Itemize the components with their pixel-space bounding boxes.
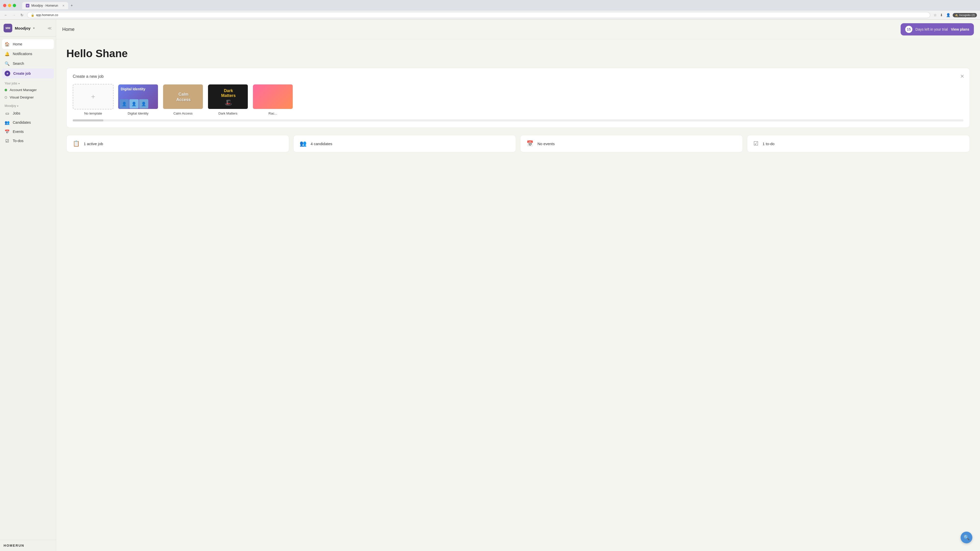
trial-text: Days left in your trial xyxy=(915,27,948,32)
sidebar-item-notifications[interactable]: 🔔 Notifications xyxy=(2,49,54,59)
calm-access-label: Calm Access xyxy=(162,111,204,115)
profile-icon[interactable]: 👤 xyxy=(945,12,951,18)
active-jobs-text: 1 active job xyxy=(84,141,103,146)
scrollbar-thumb xyxy=(73,119,103,121)
create-job-panel: Create a new job ✕ + No template Digital… xyxy=(66,68,970,128)
job-account-manager-label: Account Manager xyxy=(10,88,37,92)
help-fab[interactable]: 🔍 xyxy=(961,532,972,543)
template-card-calm-access[interactable]: CalmAccess Calm Access xyxy=(162,84,204,115)
brand-area[interactable]: MM Moodjoy ▾ xyxy=(3,24,35,32)
search-fab-icon: 🔍 xyxy=(963,534,970,540)
ca-title-text: CalmAccess xyxy=(177,92,191,103)
your-jobs-label: Your jobs xyxy=(5,82,18,85)
stat-card-active-jobs[interactable]: 📋 1 active job xyxy=(66,135,289,152)
top-bar: Home 15 Days left in your trial View pla… xyxy=(56,20,980,39)
reload-btn[interactable]: ↻ xyxy=(19,13,24,17)
create-panel-title: Create a new job xyxy=(73,74,963,79)
trial-days-number: 15 xyxy=(905,26,912,33)
forward-btn[interactable]: → xyxy=(11,13,17,17)
dark-matters-thumb[interactable]: DarkMatters 🎩 xyxy=(207,84,248,110)
digital-identity-thumb[interactable]: Digital Identity 👤 👤 👤 xyxy=(118,84,159,110)
minimize-window-btn[interactable]: − xyxy=(8,4,11,7)
sidebar-item-home[interactable]: 🏠 Home xyxy=(2,39,54,49)
sidebar-nav: 🏠 Home 🔔 Notifications 🔍 Search + Create… xyxy=(0,37,56,148)
job-active-dot xyxy=(5,89,7,91)
di-photo-3: 👤 xyxy=(139,99,148,108)
di-photos: 👤 👤 👤 xyxy=(118,99,159,110)
candidates-icon: 👥 xyxy=(5,120,10,125)
close-panel-btn[interactable]: ✕ xyxy=(960,73,964,79)
collapse-sidebar-btn[interactable]: ≪ xyxy=(47,25,52,31)
sidebar-header: MM Moodjoy ▾ ≪ xyxy=(0,20,56,37)
template-card-dark-matters[interactable]: DarkMatters 🎩 Dark Matters xyxy=(207,84,248,115)
job-item-visual-designer[interactable]: Visual Designer xyxy=(2,94,54,101)
bookmark-icon[interactable]: ☆ xyxy=(933,12,938,18)
view-plans-link[interactable]: View plans xyxy=(951,27,969,32)
dark-matters-label: Dark Matters xyxy=(207,111,248,115)
template-card-digital-identity[interactable]: Digital Identity 👤 👤 👤 Digital Identity xyxy=(118,84,159,115)
moodjoy-section-label: Moodjoy xyxy=(5,104,16,108)
active-tab[interactable]: M Moodjoy · Homerun ✕ xyxy=(22,2,68,9)
jobs-label: Jobs xyxy=(13,111,21,115)
tab-close-btn[interactable]: ✕ xyxy=(62,4,65,7)
template-card-no-template[interactable]: + No template xyxy=(73,84,114,115)
maximize-window-btn[interactable]: + xyxy=(13,4,16,7)
new-tab-btn[interactable]: + xyxy=(68,2,75,9)
stats-row: 📋 1 active job 👥 4 candidates 📅 No event… xyxy=(66,135,970,152)
todos-stat-icon: ☑ xyxy=(753,140,759,147)
create-job-btn[interactable]: + Create job xyxy=(2,68,54,79)
window-controls: ✕ − + xyxy=(3,4,16,7)
incognito-label: Incognito (2) xyxy=(959,14,975,17)
stat-card-todos[interactable]: ☑ 1 to-do xyxy=(747,135,970,152)
sidebar-item-jobs[interactable]: ▭ Jobs xyxy=(2,109,54,118)
no-template-thumb[interactable]: + xyxy=(73,84,114,110)
bell-icon: 🔔 xyxy=(5,51,10,56)
close-window-btn[interactable]: ✕ xyxy=(3,4,6,7)
sidebar-item-notifications-label: Notifications xyxy=(13,52,32,56)
sidebar-item-todos[interactable]: ☑ To-dos xyxy=(2,136,54,145)
stat-card-events[interactable]: 📅 No events xyxy=(520,135,743,152)
browser-chrome: ✕ − + M Moodjoy · Homerun ✕ + ← → ↻ 🔒 ap… xyxy=(0,0,980,20)
address-actions: ☆ ⬇ 👤 🕵️ Incognito (2) xyxy=(933,12,977,18)
download-icon[interactable]: ⬇ xyxy=(939,12,944,18)
incognito-icon: 🕵️ xyxy=(955,14,958,17)
sidebar-item-candidates[interactable]: 👥 Candidates xyxy=(2,118,54,127)
events-label: Events xyxy=(13,130,24,134)
dm-emoji: 🎩 xyxy=(224,99,232,106)
digital-identity-label: Digital Identity xyxy=(118,111,159,115)
template-card-rac[interactable]: Rac... xyxy=(252,84,293,115)
tab-bar: M Moodjoy · Homerun ✕ + xyxy=(20,2,977,9)
your-jobs-chevron-icon: ▾ xyxy=(18,82,20,85)
trial-badge: 15 Days left in your trial View plans xyxy=(900,23,974,35)
app-container: MM Moodjoy ▾ ≪ 🏠 Home 🔔 Notifications 🔍 … xyxy=(0,20,980,551)
calm-access-thumb[interactable]: CalmAccess xyxy=(162,84,204,110)
homerun-logo: HOMERUN xyxy=(3,544,52,548)
main-content: Home 15 Days left in your trial View pla… xyxy=(56,20,980,551)
url-bar[interactable]: 🔒 app.homerun.co xyxy=(27,12,930,18)
todos-label: To-dos xyxy=(13,139,24,143)
rac-label: Rac... xyxy=(252,111,293,115)
back-btn[interactable]: ← xyxy=(3,13,9,17)
todos-icon: ☑ xyxy=(5,138,10,143)
title-bar: ✕ − + M Moodjoy · Homerun ✕ + xyxy=(0,0,980,11)
job-item-account-manager[interactable]: Account Manager xyxy=(2,86,54,94)
incognito-badge[interactable]: 🕵️ Incognito (2) xyxy=(953,13,977,17)
di-photo-2: 👤 xyxy=(129,99,138,108)
sidebar-item-events[interactable]: 📅 Events xyxy=(2,127,54,136)
tab-favicon: M xyxy=(26,4,29,7)
your-jobs-section: Your jobs ▾ xyxy=(2,79,54,86)
sidebar-item-search-label: Search xyxy=(13,62,24,65)
rac-thumb[interactable] xyxy=(252,84,293,110)
jobs-icon: ▭ xyxy=(5,111,10,116)
url-text: app.homerun.co xyxy=(36,13,58,17)
active-jobs-icon: 📋 xyxy=(73,140,80,147)
sidebar-item-search[interactable]: 🔍 Search xyxy=(2,59,54,68)
templates-row: + No template Digital Identity 👤 👤 👤 xyxy=(73,84,963,116)
plus-circle-icon: + xyxy=(5,71,10,76)
sidebar: MM Moodjoy ▾ ≪ 🏠 Home 🔔 Notifications 🔍 … xyxy=(0,20,56,551)
template-scrollbar[interactable] xyxy=(73,119,963,121)
di-title-text: Digital Identity xyxy=(118,84,159,91)
moodjoy-section: Moodjoy ▾ xyxy=(2,101,54,109)
stat-card-candidates[interactable]: 👥 4 candidates xyxy=(293,135,516,152)
sidebar-footer: HOMERUN xyxy=(0,540,56,551)
